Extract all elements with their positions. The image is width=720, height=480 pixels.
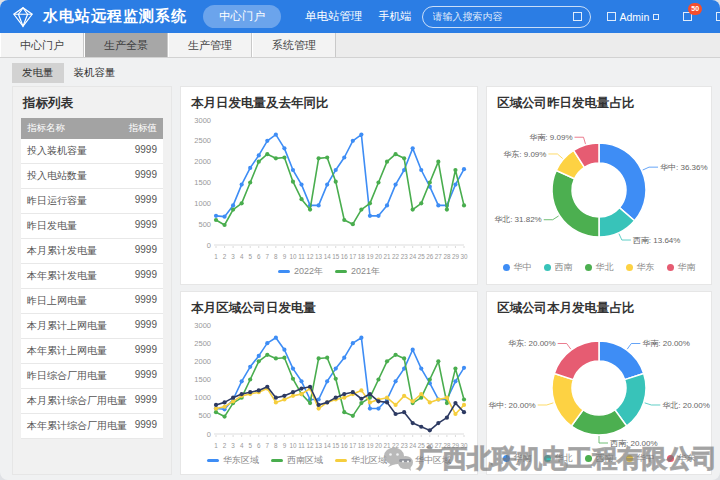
legend-dot-marker [626, 264, 633, 271]
svg-text:15: 15 [332, 253, 340, 260]
svg-text:1500: 1500 [194, 375, 211, 384]
nav-item-center-portal[interactable]: 中心门户 [203, 5, 281, 28]
svg-text:华南: 9.09%: 华南: 9.09% [529, 133, 572, 142]
indicator-value: 9999 [135, 394, 157, 408]
legend-label: 华北 [596, 261, 614, 274]
search-input[interactable] [431, 10, 567, 23]
legend-label: 2022年 [294, 265, 323, 278]
tab-production-management[interactable]: 生产管理 [168, 33, 252, 57]
tab-center-portal[interactable]: 中心门户 [0, 33, 84, 57]
line-chart-daily-generation-yoy[interactable]: 0500100015002000250030001234567891011121… [186, 114, 472, 264]
legend-item[interactable]: 华北 [585, 261, 614, 274]
legend-item[interactable]: 2022年 [278, 265, 323, 278]
table-row[interactable]: 投入电站数量9999 [21, 164, 163, 189]
indicator-name: 昨日综合厂用电量 [27, 369, 107, 383]
legend-label: 华中 [514, 261, 532, 274]
svg-text:27: 27 [435, 442, 443, 449]
svg-text:华东: 20.00%: 华东: 20.00% [508, 339, 556, 348]
donut-chart-yesterday-share[interactable]: 华中: 36.36%西南: 13.64%华北: 31.82%华东: 9.09%华… [494, 114, 704, 260]
legend-item[interactable]: 西南 [544, 261, 573, 274]
subtab-installed-capacity[interactable]: 装机容量 [64, 63, 126, 83]
svg-text:17: 17 [349, 253, 357, 260]
svg-text:22: 22 [392, 253, 400, 260]
legend-item[interactable]: 西南 [585, 452, 614, 465]
legend-label: 华南 [514, 452, 532, 465]
svg-text:24: 24 [409, 253, 417, 260]
svg-text:19: 19 [366, 253, 374, 260]
tab-production-panorama[interactable]: 生产全景 [84, 33, 168, 57]
col-indicator-name: 指标名称 [27, 122, 65, 135]
table-row[interactable]: 本月累计综合厂用电量9999 [21, 389, 163, 414]
svg-text:9: 9 [283, 253, 287, 260]
svg-text:25: 25 [418, 253, 426, 260]
legend-dot-marker [503, 455, 510, 462]
svg-text:29: 29 [452, 442, 460, 449]
legend-item[interactable]: 华中区域 [399, 454, 451, 467]
table-row[interactable]: 本月累计发电量9999 [21, 239, 163, 264]
svg-text:14: 14 [324, 442, 332, 449]
svg-text:26: 26 [426, 253, 434, 260]
svg-text:500: 500 [198, 411, 211, 420]
notifications-button[interactable]: 50 [683, 12, 692, 21]
indicator-value: 9999 [135, 194, 157, 208]
legend-item[interactable]: 华中 [626, 452, 655, 465]
svg-text:1: 1 [214, 442, 218, 449]
svg-text:24: 24 [409, 442, 417, 449]
user-menu[interactable]: Admin [607, 11, 660, 23]
legend-line-marker [335, 459, 347, 462]
table-row[interactable]: 本年累计上网电量9999 [21, 339, 163, 364]
legend-item[interactable]: 华东 [626, 261, 655, 274]
table-row[interactable]: 本月累计上网电量9999 [21, 314, 163, 339]
chevron-down-icon [653, 14, 659, 20]
indicator-value: 9999 [135, 144, 157, 158]
legend-item[interactable]: 华中 [503, 261, 532, 274]
mobile-client-link[interactable]: 手机端 [379, 9, 412, 24]
indicator-name: 本年累计发电量 [27, 269, 97, 283]
chart-title: 区域公司本月发电量占比 [487, 292, 711, 319]
legend-label: 西南区域 [287, 454, 323, 467]
svg-text:8: 8 [274, 253, 278, 260]
svg-text:5: 5 [248, 253, 252, 260]
legend-item[interactable]: 华北 [544, 452, 573, 465]
svg-text:2000: 2000 [194, 157, 211, 166]
search-icon[interactable] [573, 12, 582, 21]
fullscreen-button[interactable] [716, 12, 720, 21]
legend-label: 华北区域 [351, 454, 387, 467]
svg-text:3: 3 [231, 253, 235, 260]
legend-item[interactable]: 华东 [667, 452, 696, 465]
chart-title: 区域公司昨日发电量占比 [487, 87, 711, 114]
legend-item[interactable]: 华东区域 [207, 454, 259, 467]
indicator-value: 9999 [135, 419, 157, 433]
table-row[interactable]: 昨日发电量9999 [21, 214, 163, 239]
legend-item[interactable]: 华北区域 [335, 454, 387, 467]
regional-daily-generation-card: 本月区域公司日发电量 05001000150020002500300012345… [180, 291, 478, 475]
svg-text:2: 2 [223, 442, 227, 449]
svg-text:13: 13 [315, 442, 323, 449]
table-row[interactable]: 本年累计综合厂用电量9999 [21, 414, 163, 439]
subtab-generation[interactable]: 发电量 [12, 63, 64, 83]
legend-item[interactable]: 华南 [667, 261, 696, 274]
legend-item[interactable]: 华南 [503, 452, 532, 465]
legend-dot-marker [667, 455, 674, 462]
table-row[interactable]: 投入装机容量9999 [21, 139, 163, 164]
indicator-name: 本月累计发电量 [27, 244, 97, 258]
nav-item-single-station[interactable]: 单电站管理 [289, 5, 379, 28]
legend-label: 华东 [637, 261, 655, 274]
indicator-name: 本年累计上网电量 [27, 344, 107, 358]
table-row[interactable]: 昨日运行容量9999 [21, 189, 163, 214]
table-row[interactable]: 昨日综合厂用电量9999 [21, 364, 163, 389]
line-chart-regional-daily-generation[interactable]: 0500100015002000250030001234567891011121… [186, 319, 472, 453]
chart-title: 本月日发电量及去年同比 [181, 87, 477, 114]
svg-text:8: 8 [274, 442, 278, 449]
tab-system-management[interactable]: 系统管理 [252, 33, 336, 57]
table-row[interactable]: 昨日上网电量9999 [21, 289, 163, 314]
svg-text:18: 18 [358, 442, 366, 449]
svg-text:2500: 2500 [194, 136, 211, 145]
table-row[interactable]: 本年累计发电量9999 [21, 264, 163, 289]
legend-dot-marker [585, 455, 592, 462]
legend-item[interactable]: 2021年 [335, 265, 380, 278]
legend-label: 华南 [678, 261, 696, 274]
donut-chart-month-share[interactable]: 华南: 20.00%华北: 20.00%西南: 20.00%华中: 20.00%… [494, 319, 704, 451]
legend-label: 华中区域 [415, 454, 451, 467]
legend-item[interactable]: 西南区域 [271, 454, 323, 467]
